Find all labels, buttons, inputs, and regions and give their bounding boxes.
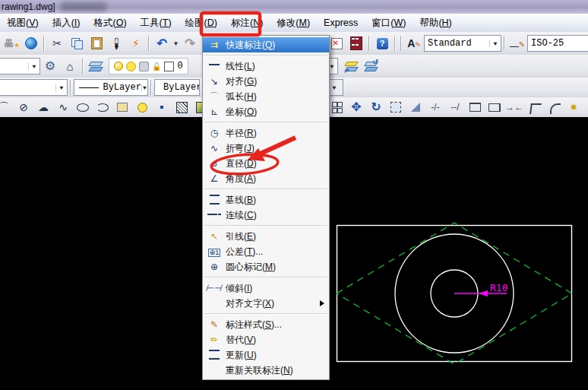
insert-block-icon	[117, 103, 128, 112]
make-layer-current-button[interactable]: ↗	[341, 56, 361, 76]
menu-item-baseline[interactable]: 基线(B)	[203, 192, 329, 208]
text-style-icon: A✎	[407, 38, 421, 49]
cut-button[interactable]: ✂	[47, 33, 67, 53]
text-style-combo[interactable]: Standard ▼	[424, 35, 501, 52]
point-button[interactable]	[152, 97, 172, 117]
aligned-dimension-icon: ↘	[206, 77, 223, 86]
layer-properties-button[interactable]	[86, 56, 106, 76]
text-style-button[interactable]: A✎	[404, 33, 424, 53]
dim-style-icon: ✎	[510, 38, 525, 49]
menu-item-ordinate[interactable]: ⊾坐标(O)	[203, 104, 329, 119]
linetype-control-combo[interactable]: ByLayer ▼	[74, 79, 148, 96]
join-button[interactable]: →←	[504, 97, 524, 117]
layer-lock-icon[interactable]: 🔓	[152, 62, 161, 71]
menu-item-align-text[interactable]: 对齐文字(X)	[203, 296, 329, 311]
menu-item-aligned[interactable]: ↘对齐(G)	[203, 74, 329, 89]
trim-button[interactable]: -/-	[425, 97, 445, 117]
dim-style-combo[interactable]: ISO-25	[527, 35, 588, 52]
ellipse-button[interactable]	[73, 97, 93, 117]
scale-button[interactable]	[386, 97, 406, 117]
layer-control[interactable]: 🔓 0	[109, 58, 188, 75]
quick-calc-tool-button[interactable]: ⚡	[126, 33, 146, 53]
layer-color-swatch[interactable]	[164, 62, 174, 71]
menu-item-leader[interactable]: ↖引线(E)	[203, 229, 329, 244]
break-at-point-button[interactable]	[465, 97, 485, 117]
match-properties-button[interactable]: 🖌	[106, 33, 126, 53]
layer-vp-freeze-icon[interactable]	[139, 62, 149, 71]
plot-preview-icon: 🖶★	[3, 38, 19, 49]
menu-format[interactable]: 格式(O)	[87, 14, 134, 32]
menu-window[interactable]: 窗口(W)	[365, 14, 413, 32]
layer-on-bulb-icon[interactable]	[114, 62, 123, 71]
undo-arrow-icon: ↶	[156, 37, 167, 50]
redo-button[interactable]: ↷	[180, 33, 200, 53]
menu-dimension[interactable]: 标注(N)	[224, 14, 270, 32]
revcloud-button[interactable]: ☁	[33, 97, 53, 117]
radius-dimension[interactable]: R10	[454, 282, 507, 296]
menu-view[interactable]: 视图(V)	[0, 14, 46, 32]
menu-help[interactable]: 帮助(H)	[413, 14, 458, 32]
circle-button[interactable]: ⊘	[14, 97, 33, 117]
undo-dropdown-arrow[interactable]: ▼	[172, 35, 180, 52]
paste-button[interactable]	[87, 33, 106, 53]
plot-preview-button[interactable]: 🖶★	[2, 33, 21, 53]
menu-item-tolerance[interactable]: ⊕1公差(T)...	[203, 244, 329, 259]
spline-button[interactable]: ∿	[53, 97, 73, 117]
fillet-button[interactable]	[544, 97, 564, 117]
stretch-button[interactable]	[406, 97, 425, 117]
menu-item-arc-length[interactable]: ⌒弧长(H)	[203, 89, 329, 104]
array-icon	[332, 102, 342, 113]
workspace-combo[interactable]: ▼	[0, 58, 40, 75]
menu-item-override[interactable]: ✏替代(V)	[203, 332, 329, 347]
quickcalc-button[interactable]	[346, 33, 366, 53]
explode-button[interactable]: ✷	[564, 97, 583, 117]
layer-previous-button[interactable]: ↺	[361, 56, 381, 76]
menu-item-jogged[interactable]: ∿折弯(J)	[203, 141, 329, 156]
menu-item-update[interactable]: 更新(U)	[203, 347, 329, 363]
linetype-combo-arrow[interactable]: ▼	[141, 84, 147, 91]
menu-express[interactable]: Express	[317, 15, 365, 30]
menu-draw[interactable]: 绘图(D)	[179, 14, 224, 32]
undo-button[interactable]: ↶	[152, 33, 172, 53]
layer-freeze-sun-icon[interactable]	[126, 62, 136, 71]
menu-item-linear[interactable]: 线性(L)	[203, 59, 329, 74]
rotate-button[interactable]: ↻	[366, 97, 386, 117]
menu-item-diameter[interactable]: ⌀直径(D)	[203, 156, 329, 171]
menu-item-dimension-style[interactable]: ✎标注样式(S)...	[203, 317, 329, 332]
color-control-combo[interactable]: ▼	[0, 79, 68, 96]
help-button[interactable]: ?	[372, 33, 392, 53]
menu-item-radius[interactable]: ◷半径(R)	[203, 125, 329, 141]
ucs-home-button[interactable]: ⌂	[60, 56, 80, 76]
text-style-combo-arrow[interactable]: ▼	[489, 40, 501, 47]
workspace-settings-button[interactable]: ⚙	[40, 56, 60, 76]
move-button[interactable]: ✥	[346, 97, 366, 117]
menu-insert[interactable]: 插入(I)	[46, 14, 87, 32]
arc-button[interactable]: ⌒	[0, 97, 14, 117]
make-block-button[interactable]	[132, 97, 152, 117]
menu-item-angular[interactable]: ∠角度(A)	[203, 171, 329, 186]
break-button[interactable]	[485, 97, 504, 117]
chamfer-button[interactable]	[524, 97, 544, 117]
menu-item-center-mark[interactable]: ⊕圆心标记(M)	[203, 259, 329, 274]
dimension-style-icon: ✎	[206, 320, 223, 329]
menu-item-continue[interactable]: 连续(C)	[203, 208, 329, 223]
insert-block-button[interactable]	[112, 97, 132, 117]
extend-button[interactable]: --/	[445, 97, 465, 117]
ellipse-arc-button[interactable]	[93, 97, 112, 117]
dim-style-button[interactable]: ✎	[507, 33, 527, 53]
color-combo-arrow[interactable]: ▼	[55, 84, 67, 91]
lineweight-control-combo[interactable]: ByLayer	[154, 79, 200, 96]
workspace-combo-arrow[interactable]: ▼	[28, 63, 40, 70]
override-icon: ✏	[206, 335, 223, 344]
ellipse-icon	[77, 103, 89, 112]
lightning-pencil-icon: ⚡	[132, 38, 140, 49]
menu-modify[interactable]: 修改(M)	[270, 14, 317, 32]
quick-dimension-icon: ⇉	[206, 40, 223, 49]
menu-item-oblique[interactable]: ⊢⊣倾斜(I)	[203, 281, 329, 296]
copy-button[interactable]	[67, 33, 87, 53]
hatch-button[interactable]	[172, 97, 191, 117]
menu-item-quick-dimension[interactable]: ⇉快速标注(Q)	[203, 37, 329, 52]
menu-item-reassociate[interactable]: 重新关联标注(N)	[203, 363, 329, 378]
menu-tools[interactable]: 工具(T)	[134, 14, 179, 32]
publish-button[interactable]	[21, 33, 41, 53]
